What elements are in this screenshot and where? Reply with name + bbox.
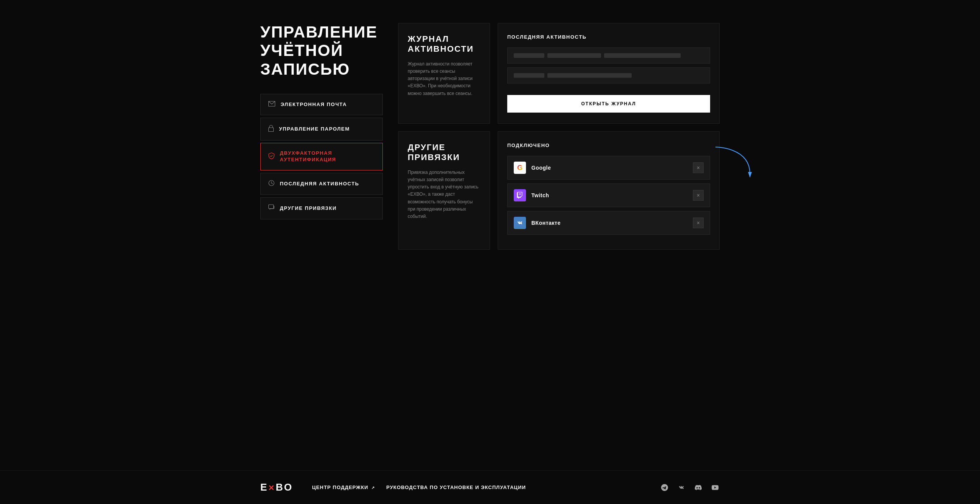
vk-service-name: ВКонтакте <box>531 220 560 226</box>
footer-logo: E✕BO <box>260 481 293 493</box>
sidebar-item-activity[interactable]: ПОСЛЕДНЯЯ АКТИВНОСТЬ <box>260 173 383 195</box>
last-activity-title: ПОСЛЕДНЯЯ АКТИВНОСТЬ <box>507 34 710 40</box>
clock-icon <box>268 180 274 188</box>
google-icon: G <box>514 162 526 174</box>
other-bindings-title: ДРУГИЕ ПРИВЯЗКИ <box>408 142 480 163</box>
other-bindings-panel: ДРУГИЕ ПРИВЯЗКИ Привязка дополнительных … <box>398 131 490 250</box>
panels-area: ЖУРНАЛ АКТИВНОСТИ Журнал активности позв… <box>398 23 720 250</box>
activity-blur-1 <box>514 53 704 58</box>
service-left-twitch: Twitch <box>514 189 549 201</box>
activity-item-1 <box>507 47 710 64</box>
service-item-vk: ВКонтакте × <box>507 211 710 235</box>
envelope-icon <box>268 101 275 108</box>
service-item-twitch: Twitch × <box>507 183 710 207</box>
activity-item-2 <box>507 67 710 83</box>
vk-social-icon[interactable] <box>677 483 686 492</box>
activity-log-panel: ЖУРНАЛ АКТИВНОСТИ Журнал активности позв… <box>398 23 490 124</box>
activity-log-title: ЖУРНАЛ АКТИВНОСТИ <box>408 34 480 54</box>
chat-icon <box>268 205 274 212</box>
sidebar-item-password[interactable]: УПРАВЛЕНИЕ ПАРОЛЕМ <box>260 118 383 141</box>
footer-links: ЦЕНТР ПОДДЕРЖКИ ↗ РУКОВОДСТВА ПО УСТАНОВ… <box>312 484 641 490</box>
lock-icon <box>268 125 274 133</box>
google-service-name: Google <box>531 165 551 171</box>
discord-social-icon[interactable] <box>694 483 703 492</box>
sidebar-item-email[interactable]: ЭЛЕКТРОННАЯ ПОЧТА <box>260 94 383 115</box>
connected-services-panel: ПОДКЛЮЧЕНО G Google × <box>498 131 720 250</box>
blur-block <box>604 53 681 58</box>
twitch-icon <box>514 189 526 201</box>
telegram-social-icon[interactable] <box>660 483 669 492</box>
footer-socials <box>660 483 720 492</box>
content-area: УПРАВЛЕНИЕ УЧЁТНОЙ ЗАПИСЬЮ ЭЛЕКТРОННАЯ П… <box>260 23 720 250</box>
twitch-service-name: Twitch <box>531 192 549 198</box>
blur-block <box>514 53 544 58</box>
open-journal-button[interactable]: ОТКРЫТЬ ЖУРНАЛ <box>507 95 710 113</box>
google-remove-button[interactable]: × <box>693 162 704 173</box>
service-left-google: G Google <box>514 162 551 174</box>
blur-block <box>547 53 601 58</box>
svg-rect-1 <box>269 128 274 131</box>
vk-remove-button[interactable]: × <box>693 218 704 228</box>
bottom-panels-row: ДРУГИЕ ПРИВЯЗКИ Привязка дополнительных … <box>398 131 720 250</box>
sidebar-item-email-label: ЭЛЕКТРОННАЯ ПОЧТА <box>281 101 347 107</box>
sidebar-item-bindings-label: ДРУГИЕ ПРИВЯЗКИ <box>280 205 337 211</box>
arrow-annotation <box>712 143 758 189</box>
page-wrapper: УПРАВЛЕНИЕ УЧЁТНОЙ ЗАПИСЬЮ ЭЛЕКТРОННАЯ П… <box>0 0 980 504</box>
sidebar-item-bindings[interactable]: ДРУГИЕ ПРИВЯЗКИ <box>260 197 383 219</box>
vk-icon <box>514 217 526 229</box>
top-panels-row: ЖУРНАЛ АКТИВНОСТИ Журнал активности позв… <box>398 23 720 124</box>
service-item-google: G Google × <box>507 156 710 180</box>
service-left-vk: ВКонтакте <box>514 217 560 229</box>
other-bindings-description: Привязка дополнительных учётных записей … <box>408 169 480 220</box>
activity-log-description: Журнал активности позволяет проверить вс… <box>408 61 480 97</box>
footer-link-support[interactable]: ЦЕНТР ПОДДЕРЖКИ ↗ <box>312 484 375 490</box>
main-content: УПРАВЛЕНИЕ УЧЁТНОЙ ЗАПИСЬЮ ЭЛЕКТРОННАЯ П… <box>0 0 980 470</box>
youtube-social-icon[interactable] <box>710 483 720 492</box>
sidebar-item-2fa-label: ДВУХФАКТОРНАЯ АУТЕНТИФИКАЦИЯ <box>280 150 336 163</box>
sidebar-item-password-label: УПРАВЛЕНИЕ ПАРОЛЕМ <box>279 126 350 132</box>
last-activity-panel: ПОСЛЕДНЯЯ АКТИВНОСТЬ <box>498 23 720 124</box>
sidebar: УПРАВЛЕНИЕ УЧЁТНОЙ ЗАПИСЬЮ ЭЛЕКТРОННАЯ П… <box>260 23 383 250</box>
twitch-remove-button[interactable]: × <box>693 190 704 201</box>
footer-inner: E✕BO ЦЕНТР ПОДДЕРЖКИ ↗ РУКОВОДСТВА ПО УС… <box>260 481 720 493</box>
svg-marker-4 <box>748 172 752 178</box>
connected-title: ПОДКЛЮЧЕНО <box>507 142 710 148</box>
footer-link-guides[interactable]: РУКОВОДСТВА ПО УСТАНОВКЕ И ЭКСПЛУАТАЦИИ <box>386 484 526 490</box>
sidebar-item-activity-label: ПОСЛЕДНЯЯ АКТИВНОСТЬ <box>280 181 359 187</box>
svg-rect-3 <box>269 205 274 208</box>
footer: E✕BO ЦЕНТР ПОДДЕРЖКИ ↗ РУКОВОДСТВА ПО УС… <box>0 470 980 504</box>
sidebar-item-2fa[interactable]: ДВУХФАКТОРНАЯ АУТЕНТИФИКАЦИЯ <box>260 143 383 170</box>
blur-block <box>547 73 632 78</box>
shield-icon <box>268 152 274 161</box>
page-title: УПРАВЛЕНИЕ УЧЁТНОЙ ЗАПИСЬЮ <box>260 23 383 79</box>
blur-block <box>514 73 544 78</box>
activity-blur-2 <box>514 73 704 78</box>
